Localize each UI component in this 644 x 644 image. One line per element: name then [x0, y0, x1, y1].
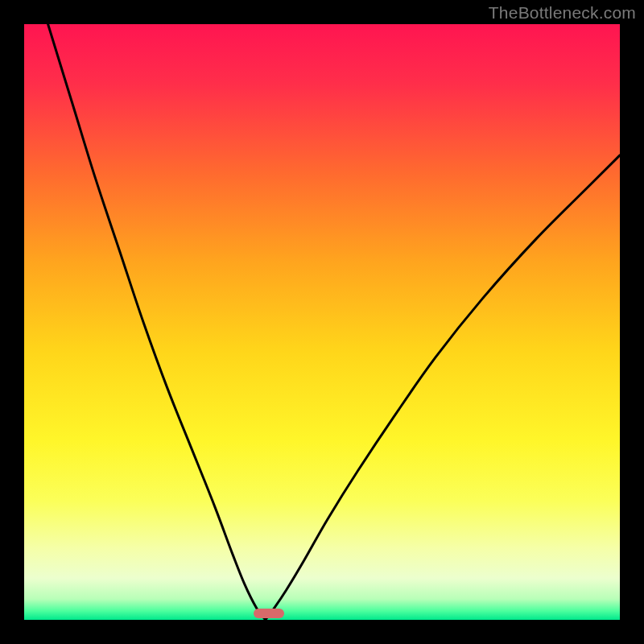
chart-frame: TheBottleneck.com — [0, 0, 644, 644]
plot-area — [24, 24, 620, 620]
bottleneck-curve — [24, 24, 620, 620]
optimal-marker — [254, 609, 284, 618]
curve-left-branch — [48, 24, 266, 620]
curve-right-branch — [266, 155, 620, 620]
watermark-label: TheBottleneck.com — [489, 3, 636, 23]
